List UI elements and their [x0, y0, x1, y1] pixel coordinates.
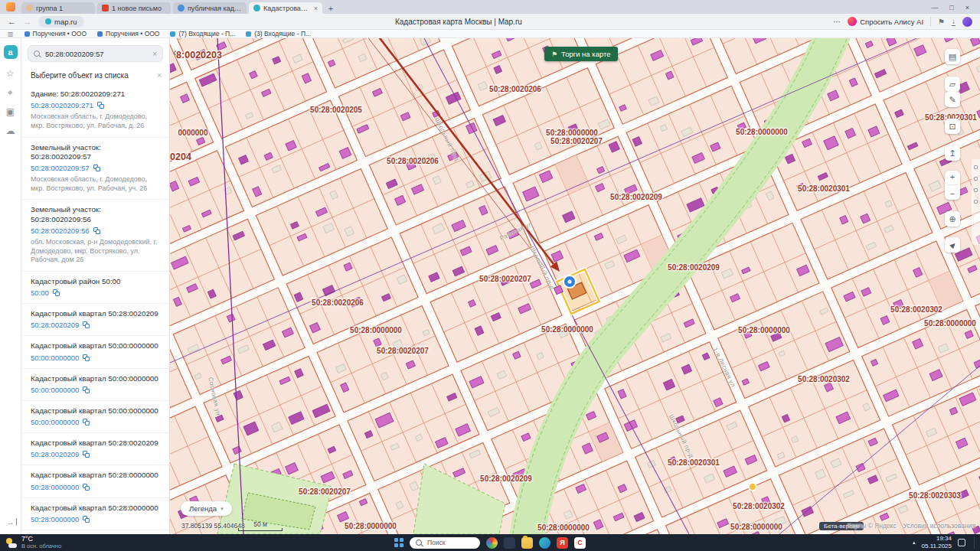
close-button[interactable]: × [965, 4, 969, 11]
result-code-row: 50:28:0020209 [31, 321, 162, 329]
copy-icon[interactable] [83, 516, 90, 523]
list-item[interactable]: Кадастровый квартал 50:28:000000050:28:0… [21, 465, 169, 497]
copy-icon[interactable] [83, 354, 90, 361]
list-item[interactable]: Кадастровый квартал 50:00:000000050:00:0… [21, 401, 169, 433]
copy-icon[interactable] [83, 386, 90, 393]
result-code-link[interactable]: 50:28:0020209 [31, 321, 79, 329]
file-explorer-icon[interactable] [521, 537, 533, 549]
list-item[interactable]: Кадастровый квартал 50:00:000000050:00:0… [21, 369, 169, 401]
yandex-app-icon[interactable]: Я [557, 537, 568, 549]
pan-button[interactable]: ⊕ [945, 211, 960, 227]
list-item[interactable]: Земельный участок: 50:28:0020209:5650:28… [21, 200, 169, 272]
poi-marker[interactable] [749, 483, 756, 491]
downloads-icon[interactable]: ↓ [952, 18, 956, 26]
forward-icon[interactable]: → [23, 18, 31, 26]
collapse-panel-icon[interactable]: ‹ [173, 47, 177, 57]
measure-button[interactable]: ▱ [945, 77, 960, 92]
copy-icon[interactable] [83, 419, 90, 425]
zoom-out-button[interactable]: − [950, 189, 955, 198]
start-button[interactable] [394, 538, 403, 547]
list-item[interactable]: Кадастровый квартал 50:28:000000050:28:0… [21, 498, 169, 530]
copy-icon[interactable] [83, 321, 90, 328]
overflow-menu-icon[interactable]: ⋯ [833, 18, 841, 26]
bookmark-item[interactable]: (7) Входящие - П... [170, 30, 235, 37]
copy-icon[interactable] [83, 451, 90, 458]
result-code-link[interactable]: 50:00:0000000 [31, 354, 79, 362]
clock[interactable]: 19:34 05.11.2025 [922, 535, 952, 549]
bookmark-item[interactable]: Поручения • ООО [97, 30, 159, 37]
torgi-button[interactable]: ⚑ Торги на карте [544, 47, 618, 61]
search-input[interactable]: 50:28:0020209:57 × [28, 45, 163, 62]
taskbar-search[interactable]: Поиск [410, 537, 480, 549]
print-button[interactable]: ⊡ [945, 119, 960, 134]
list-item[interactable]: Кадастровый квартал 50:28:002020950:28:0… [21, 304, 169, 336]
result-code-link[interactable]: 50:28:0000000 [31, 483, 79, 491]
browser-tab-mail[interactable]: 1 новое письмо [97, 2, 171, 14]
list-item[interactable]: Здание: 50:28:0020209:27150:28:0020209:2… [21, 84, 169, 138]
cloud-icon[interactable]: ☁ [6, 126, 15, 135]
new-tab-button[interactable]: + [325, 4, 337, 13]
locate-button[interactable]: ▶ [945, 237, 960, 253]
browser-tab-group1[interactable]: группа 1 [21, 2, 95, 14]
hidden-icons-chevron[interactable]: ▴ [913, 540, 916, 546]
bookmark-item[interactable]: Поручения • ООО [24, 30, 87, 37]
terms-link[interactable]: Условия использования [903, 522, 975, 530]
url-field[interactable]: map.ru [38, 16, 84, 28]
copy-icon[interactable] [93, 227, 100, 234]
legend-button[interactable]: Легенда ▾ [181, 501, 232, 516]
layers-button[interactable]: ▤ [945, 49, 960, 64]
draw-button[interactable]: ✎ [945, 92, 960, 107]
clear-search-icon[interactable]: × [152, 50, 157, 58]
copy-icon[interactable] [53, 289, 60, 296]
copy-icon[interactable] [83, 484, 90, 491]
result-code-link[interactable]: 50:28:0020209:56 [31, 227, 90, 235]
browser-tab-pkk[interactable]: публичная кадастровая [173, 2, 247, 14]
tab-close-icon[interactable]: × [314, 5, 318, 12]
result-code-row: 50:00:0000000 [31, 386, 162, 394]
share-button[interactable]: ↥ [945, 145, 960, 161]
favorites-star-icon[interactable]: ☆ [6, 69, 15, 78]
weather-widget[interactable]: 7°С В осн. облачно [0, 536, 67, 549]
result-code-link[interactable]: 50:28:0020209:57 [31, 164, 90, 172]
exit-icon[interactable]: → [6, 517, 15, 527]
objects-icon[interactable]: ▣ [6, 107, 15, 116]
app-logo[interactable]: a [4, 45, 18, 59]
list-item[interactable]: Кадастровый квартал 50:28:002020950:28:0… [21, 433, 169, 465]
result-code-link[interactable]: 50:00:0000000 [31, 418, 79, 426]
list-item[interactable]: Земельный участок: 50:28:0020209:5750:28… [21, 138, 169, 201]
notifications-icon[interactable] [958, 539, 965, 546]
map-area[interactable]: Школьный пр-дШкольный пр-дШкольный пр-дР… [170, 38, 980, 534]
list-item[interactable]: Кадастровый район 50:0050:00 [21, 272, 169, 304]
browser-side-panel[interactable] [972, 159, 980, 245]
result-code-link[interactable]: 50:00:0000000 [31, 386, 79, 394]
yandex-browser-icon[interactable] [486, 537, 498, 549]
result-code-link[interactable]: 50:00 [31, 289, 49, 297]
edge-browser-icon[interactable] [539, 537, 550, 549]
copy-icon[interactable] [97, 102, 104, 109]
copy-icon[interactable] [93, 165, 100, 171]
weather-desc: В осн. облачно [21, 543, 61, 549]
maximize-button[interactable]: □ [949, 4, 953, 11]
close-results-icon[interactable]: × [157, 71, 162, 80]
result-code-link[interactable]: 50:28:0020209:271 [31, 101, 93, 109]
tab-groups-icon[interactable] [6, 2, 15, 11]
layers-icon: ▤ [949, 52, 956, 62]
side-panel-toggle-icon[interactable]: ▥ [8, 31, 14, 37]
browser-tab-active[interactable]: Кадастровая карта Мо × [249, 2, 322, 14]
minimize-button[interactable]: — [931, 4, 938, 11]
back-icon[interactable]: ← [8, 18, 16, 26]
dark-app-icon[interactable] [504, 537, 515, 549]
bookmark-item[interactable]: (3) Входящие - П... [246, 30, 311, 37]
c-app-icon[interactable]: C [574, 537, 586, 549]
map-canvas[interactable] [170, 38, 980, 534]
zoom-in-button[interactable]: + [950, 172, 955, 181]
scale-bar: 50 м [236, 520, 285, 531]
list-item[interactable]: Кадастровый квартал 50:00:000000050:00:0… [21, 336, 169, 368]
bookmark-flag-icon[interactable]: ⚑ [938, 18, 945, 26]
plan-icon[interactable]: ⌖ [8, 88, 13, 97]
show-desktop-button[interactable] [974, 536, 976, 549]
alice-button[interactable]: Спросить Алису AI [848, 17, 923, 26]
result-code-link[interactable]: 50:28:0000000 [31, 515, 79, 523]
profile-avatar[interactable] [962, 17, 972, 27]
result-code-link[interactable]: 50:28:0020209 [31, 450, 79, 458]
